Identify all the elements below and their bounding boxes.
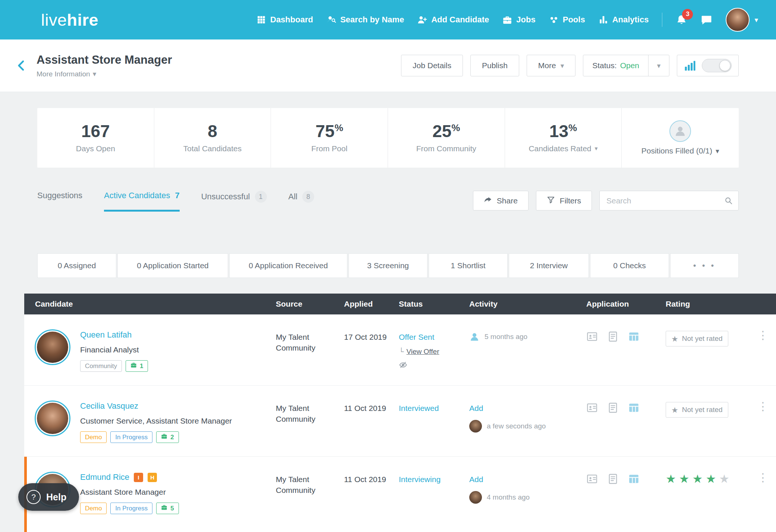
more-stages-button[interactable]: • • • bbox=[670, 253, 739, 278]
messages-button[interactable] bbox=[701, 14, 712, 26]
stage-checks[interactable]: 0 Checks bbox=[590, 253, 669, 278]
jobs-count-badge[interactable]: 1 bbox=[126, 360, 148, 372]
stat-label: From Pool bbox=[311, 144, 347, 153]
candidate-name-link[interactable]: Cecilia Vasquez bbox=[80, 400, 138, 412]
row-menu-button[interactable]: ⋮ bbox=[757, 402, 769, 456]
column-source: Source bbox=[276, 300, 344, 308]
status-link[interactable]: Offer Sent bbox=[399, 332, 464, 342]
scorecard-icon[interactable] bbox=[628, 331, 640, 342]
status-dropdown[interactable]: Status: Open ▾ bbox=[583, 55, 669, 76]
tab-all[interactable]: All 8 bbox=[288, 191, 314, 214]
pools-dots-icon bbox=[549, 15, 559, 25]
stage-shortlist[interactable]: 1 Shortlist bbox=[429, 253, 508, 278]
stat-value: 25% bbox=[432, 123, 460, 140]
stat-value: 13% bbox=[549, 123, 577, 140]
column-rating: Rating bbox=[666, 300, 755, 308]
applied-cell: 11 Oct 2019 bbox=[344, 457, 399, 532]
toggle-switch[interactable] bbox=[702, 59, 732, 72]
notification-badge: 3 bbox=[682, 9, 693, 20]
eye-slash-icon[interactable] bbox=[399, 361, 407, 369]
add-activity-link[interactable]: Add bbox=[469, 404, 483, 412]
nav-analytics[interactable]: Analytics bbox=[599, 15, 649, 25]
status-dropdown-arrow[interactable]: ▾ bbox=[648, 55, 669, 76]
row-menu-button[interactable]: ⋮ bbox=[757, 473, 769, 532]
help-button[interactable]: ? Help bbox=[18, 483, 79, 511]
rating-cell: ★ Not yet rated bbox=[666, 314, 755, 385]
tab-unsuccessful[interactable]: Unsuccessful 1 bbox=[201, 191, 267, 214]
status-link[interactable]: Interviewed bbox=[399, 403, 464, 414]
chat-bubble-icon bbox=[701, 14, 712, 26]
add-activity-link[interactable]: Add bbox=[469, 475, 483, 484]
application-form-icon[interactable] bbox=[607, 473, 619, 485]
application-form-icon[interactable] bbox=[607, 402, 619, 414]
top-nav: livehire Dashboard Search by Name Add Ca… bbox=[0, 0, 776, 39]
stage-application-started[interactable]: 0 Application Started bbox=[117, 253, 228, 278]
column-application: Application bbox=[586, 300, 666, 308]
candidate-name-link[interactable]: Queen Latifah bbox=[80, 329, 132, 341]
candidate-avatar[interactable] bbox=[35, 400, 70, 436]
position-avatar-placeholder bbox=[669, 120, 691, 142]
scorecard-icon[interactable] bbox=[628, 402, 640, 414]
more-label: More bbox=[538, 61, 556, 70]
job-details-label: Job Details bbox=[413, 61, 451, 70]
positions-filled-label: Positions Filled (0/1)▾ bbox=[641, 146, 719, 155]
not-yet-rated-badge[interactable]: ★ Not yet rated bbox=[666, 402, 728, 418]
more-information-toggle[interactable]: More Information ▾ bbox=[37, 70, 172, 78]
chevron-down-icon: ▾ bbox=[561, 62, 564, 69]
scorecard-icon[interactable] bbox=[628, 473, 640, 485]
candidate-cell: Cecilia Vasquez Customer Service, Assist… bbox=[24, 386, 276, 456]
not-yet-rated-badge[interactable]: ★ Not yet rated bbox=[666, 331, 728, 346]
user-avatar bbox=[726, 8, 750, 32]
page-title: Assistant Store Manager bbox=[37, 53, 172, 67]
notifications-button[interactable]: 3 bbox=[676, 14, 687, 26]
jobs-count-badge[interactable]: 2 bbox=[156, 431, 179, 443]
nav-pools[interactable]: Pools bbox=[549, 15, 585, 25]
stage-assigned[interactable]: 0 Assigned bbox=[37, 253, 116, 278]
tab-label: Suggestions bbox=[37, 191, 82, 200]
nav-dashboard[interactable]: Dashboard bbox=[256, 15, 313, 25]
livehire-logo[interactable]: livehire bbox=[41, 12, 98, 28]
activity-time: a few seconds ago bbox=[487, 421, 546, 431]
jobs-count: 5 bbox=[170, 504, 174, 513]
nav-jobs[interactable]: Jobs bbox=[502, 15, 535, 25]
job-details-button[interactable]: Job Details bbox=[401, 55, 463, 76]
toggle-knob bbox=[719, 60, 731, 71]
tab-active-candidates[interactable]: Active Candidates 7 bbox=[104, 191, 180, 212]
nav-search-by-name[interactable]: Search by Name bbox=[327, 15, 404, 25]
publish-button[interactable]: Publish bbox=[470, 55, 519, 76]
stat-value: 75% bbox=[316, 123, 343, 140]
resume-icon[interactable] bbox=[586, 331, 598, 342]
star-rating[interactable]: ★★★★★ bbox=[666, 473, 750, 485]
application-form-icon[interactable] bbox=[607, 331, 619, 342]
resume-icon[interactable] bbox=[586, 402, 598, 414]
bar-chart-icon bbox=[599, 15, 608, 25]
share-button[interactable]: Share bbox=[473, 191, 529, 210]
menu-cell: ⋮ bbox=[755, 457, 776, 532]
applied-cell: 17 Oct 2019 bbox=[344, 314, 399, 385]
candidate-avatar[interactable] bbox=[35, 329, 70, 365]
candidate-name-link[interactable]: Edmund Rice bbox=[80, 472, 129, 483]
tab-label: Active Candidates bbox=[104, 191, 170, 200]
stage-interview[interactable]: 2 Interview bbox=[509, 253, 589, 278]
search-input[interactable] bbox=[599, 191, 739, 210]
user-menu[interactable]: ▾ bbox=[726, 8, 758, 32]
person-search-icon bbox=[327, 15, 336, 25]
candidate-info: Cecilia Vasquez Customer Service, Assist… bbox=[80, 400, 232, 456]
row-menu-button[interactable]: ⋮ bbox=[757, 331, 769, 385]
view-offer-link[interactable]: View Offer bbox=[406, 347, 439, 357]
stat-candidates-rated[interactable]: 13% Candidates Rated▾ bbox=[505, 108, 622, 168]
column-status: Status bbox=[399, 300, 469, 308]
jobs-count-badge[interactable]: 5 bbox=[156, 503, 179, 514]
more-button[interactable]: More ▾ bbox=[527, 55, 575, 76]
status-link[interactable]: Interviewing bbox=[399, 474, 464, 485]
nav-add-candidate[interactable]: Add Candidate bbox=[417, 15, 489, 25]
back-button[interactable] bbox=[15, 59, 28, 72]
stat-positions-filled[interactable]: Positions Filled (0/1)▾ bbox=[622, 108, 739, 168]
filters-button[interactable]: Filters bbox=[536, 191, 592, 210]
stage-screening[interactable]: 3 Screening bbox=[348, 253, 428, 278]
resume-icon[interactable] bbox=[586, 473, 598, 485]
tab-suggestions[interactable]: Suggestions bbox=[37, 191, 82, 212]
candidate-tags: Community 1 bbox=[80, 360, 148, 372]
stage-application-received[interactable]: 0 Application Received bbox=[229, 253, 347, 278]
source-cell: My Talent Community bbox=[276, 457, 344, 532]
